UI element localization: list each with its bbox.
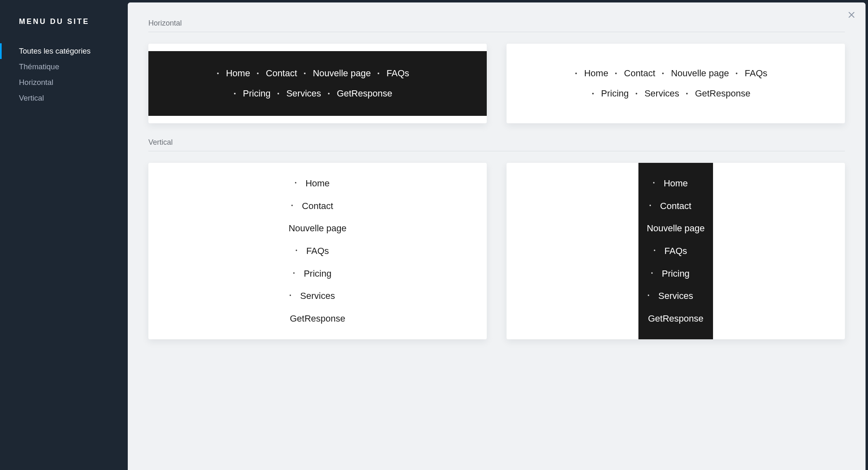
- menu-preview-horizontal-light: Home Contact Nouvelle page FAQs Pricing …: [514, 51, 838, 116]
- sidebar-item-all-categories[interactable]: Toutes les catégories: [19, 43, 112, 59]
- sidebar-item-thematic[interactable]: Thématique: [19, 59, 112, 75]
- menu-item: Services: [658, 290, 693, 302]
- sidebar-title: MENU DU SITE: [19, 17, 112, 26]
- menu-item: FAQs: [306, 245, 329, 257]
- menu-item: Contact: [660, 200, 692, 212]
- sidebar-item-horizontal[interactable]: Horizontal: [19, 75, 112, 90]
- menu-item: Home: [584, 68, 608, 80]
- menu-item: Home: [664, 178, 688, 190]
- vertical-cards: Home Contact Nouvelle page FAQs Pricing …: [148, 163, 845, 339]
- close-icon: [847, 10, 856, 20]
- menu-item: Nouvelle page: [647, 223, 705, 235]
- menu-item: Contact: [266, 68, 297, 80]
- sidebar-item-vertical[interactable]: Vertical: [19, 90, 112, 106]
- menu-item: FAQs: [664, 245, 687, 257]
- menu-template-picker: MENU DU SITE Toutes les catégories Théma…: [0, 0, 868, 470]
- section-title-horizontal: Horizontal: [148, 19, 845, 28]
- menu-item: Services: [645, 88, 679, 100]
- menu-item: GetResponse: [337, 88, 392, 100]
- menu-item: Home: [226, 68, 250, 80]
- menu-item: GetResponse: [648, 313, 704, 325]
- sidebar-nav: Toutes les catégories Thématique Horizon…: [19, 43, 112, 106]
- menu-item: Contact: [624, 68, 655, 80]
- template-card-vertical-dark[interactable]: Home Contact Nouvelle page FAQs Pricing …: [507, 163, 845, 339]
- main-panel: Horizontal Home Contact Nouvelle page FA…: [128, 2, 866, 470]
- menu-item: GetResponse: [290, 313, 345, 325]
- menu-item: Pricing: [601, 88, 629, 100]
- template-card-vertical-light[interactable]: Home Contact Nouvelle page FAQs Pricing …: [148, 163, 487, 339]
- menu-item: Nouvelle page: [313, 68, 371, 80]
- sidebar: MENU DU SITE Toutes les catégories Théma…: [0, 0, 128, 470]
- section-divider: [148, 151, 845, 151]
- horizontal-cards: Home Contact Nouvelle page FAQs Pricing …: [148, 44, 845, 123]
- menu-item: Contact: [302, 200, 333, 212]
- menu-item: Pricing: [243, 88, 270, 100]
- menu-item: Pricing: [304, 268, 331, 280]
- menu-item: Services: [300, 290, 335, 302]
- template-card-horizontal-light[interactable]: Home Contact Nouvelle page FAQs Pricing …: [507, 44, 845, 123]
- menu-preview-vertical-light: Home Contact Nouvelle page FAQs Pricing …: [148, 163, 487, 339]
- section-title-vertical: Vertical: [148, 138, 845, 147]
- menu-item: Pricing: [662, 268, 690, 280]
- menu-item: GetResponse: [695, 88, 751, 100]
- template-card-horizontal-dark[interactable]: Home Contact Nouvelle page FAQs Pricing …: [148, 44, 487, 123]
- menu-item: Nouvelle page: [289, 223, 347, 235]
- menu-preview-horizontal-dark: Home Contact Nouvelle page FAQs Pricing …: [148, 51, 487, 116]
- menu-item: FAQs: [745, 68, 767, 80]
- close-button[interactable]: [847, 10, 856, 20]
- menu-preview-vertical-dark: Home Contact Nouvelle page FAQs Pricing …: [638, 163, 713, 339]
- menu-item: Home: [305, 178, 330, 190]
- menu-item: Services: [286, 88, 321, 100]
- menu-item: FAQs: [387, 68, 409, 80]
- menu-item: Nouvelle page: [671, 68, 729, 80]
- section-divider: [148, 32, 845, 32]
